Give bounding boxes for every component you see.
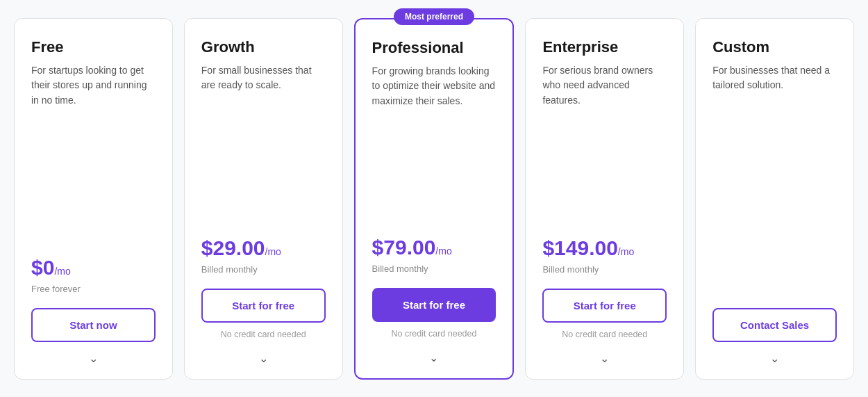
chevron-down-icon[interactable]: ⌄ (429, 351, 438, 364)
price-row: $79.00/mo (372, 236, 496, 259)
chevron-down-icon[interactable]: ⌄ (259, 352, 268, 365)
plan-description: For startups looking to get their stores… (31, 63, 156, 242)
plan-name: Professional (372, 39, 496, 57)
pricing-card-growth: Growth For small businesses that are rea… (184, 18, 343, 380)
price-note: Billed monthly (372, 264, 496, 274)
chevron-down-icon[interactable]: ⌄ (600, 352, 609, 365)
price-row: $149.00/mo (542, 236, 667, 260)
price-amount: $79.00 (372, 236, 436, 259)
plan-description: For serious brand owners who need advanc… (542, 63, 667, 222)
chevron-container: ⌄ (372, 348, 496, 364)
chevron-container: ⌄ (712, 349, 837, 365)
price-amount: $0 (31, 256, 54, 279)
no-credit-note: No credit card needed (542, 330, 667, 339)
price-note: Free forever (31, 284, 156, 294)
chevron-container: ⌄ (542, 349, 667, 365)
pricing-card-professional: Most preferred Professional For growing … (354, 18, 515, 380)
chevron-down-icon[interactable]: ⌄ (89, 352, 98, 365)
no-credit-note: No credit card needed (201, 330, 326, 339)
price-amount: $149.00 (542, 236, 617, 259)
cta-button-growth[interactable]: Start for free (201, 289, 326, 323)
price-row: $0/mo (31, 256, 156, 279)
plan-name: Custom (712, 38, 837, 56)
price-period: /mo (54, 266, 70, 277)
pricing-card-free: Free For startups looking to get their s… (14, 18, 173, 380)
plan-name: Enterprise (542, 38, 667, 56)
cta-button-professional[interactable]: Start for free (372, 288, 496, 322)
price-period: /mo (265, 246, 281, 257)
cta-button-custom[interactable]: Contact Sales (712, 308, 837, 342)
plan-description: For growing brands looking to optimize t… (372, 64, 496, 222)
plan-name: Growth (201, 38, 326, 56)
plan-description: For small businesses that are ready to s… (201, 63, 326, 222)
pricing-card-custom: Custom For businesses that need a tailor… (695, 18, 854, 380)
cta-button-free[interactable]: Start now (31, 308, 156, 342)
chevron-down-icon[interactable]: ⌄ (770, 352, 779, 365)
price-note: Billed monthly (201, 264, 326, 275)
chevron-container: ⌄ (31, 349, 156, 365)
plan-name: Free (31, 38, 156, 56)
most-preferred-badge: Most preferred (394, 8, 474, 25)
price-row: $29.00/mo (201, 236, 326, 260)
cta-button-enterprise[interactable]: Start for free (542, 289, 667, 323)
pricing-card-enterprise: Enterprise For serious brand owners who … (525, 18, 684, 380)
price-period: /mo (435, 245, 451, 257)
no-credit-note: No credit card needed (372, 329, 496, 339)
pricing-container: Free For startups looking to get their s… (14, 18, 854, 380)
plan-description: For businesses that need a tailored solu… (712, 63, 837, 280)
price-note: Billed monthly (542, 264, 667, 275)
chevron-container: ⌄ (201, 349, 326, 365)
price-period: /mo (618, 246, 634, 257)
price-amount: $29.00 (201, 236, 265, 259)
